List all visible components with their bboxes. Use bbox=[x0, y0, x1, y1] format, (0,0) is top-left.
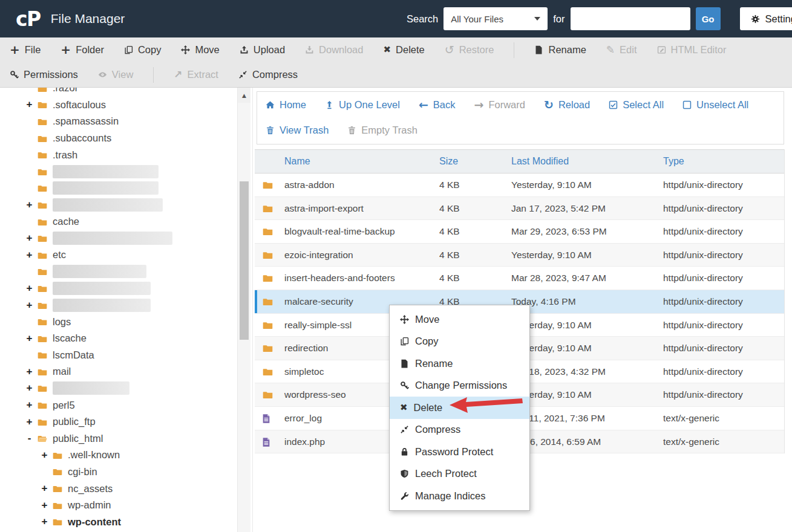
context-menu-item-copy[interactable]: Copy bbox=[390, 331, 529, 353]
view-icon bbox=[98, 70, 107, 79]
sidebar-scrollbar[interactable]: ▲ bbox=[237, 88, 250, 532]
htmledit-icon bbox=[657, 45, 666, 54]
redacted-folder-name bbox=[53, 198, 163, 212]
sidebar-item-redacted[interactable]: + bbox=[0, 280, 237, 297]
context-menu-item-delete[interactable]: ✖Delete bbox=[390, 397, 529, 419]
scroll-up-button[interactable]: ▲ bbox=[238, 88, 250, 103]
file-name: really-simple-ssl bbox=[284, 314, 352, 337]
column-header-name[interactable]: Name bbox=[284, 150, 310, 173]
search-scope-select[interactable]: All Your Files bbox=[443, 7, 548, 30]
sidebar-item-redacted[interactable] bbox=[0, 163, 237, 180]
sidebar-item-redacted[interactable] bbox=[0, 264, 237, 281]
tree-toggle-icon[interactable]: - bbox=[25, 432, 34, 444]
toolbar-compress[interactable]: Compress bbox=[238, 69, 298, 80]
toolbar-file[interactable]: +File bbox=[10, 44, 41, 56]
delete-icon: ✖ bbox=[383, 45, 391, 54]
sidebar-item-wp-admin[interactable]: +wp-admin bbox=[0, 497, 237, 514]
sidebar-item-razor[interactable]: .razor bbox=[0, 88, 237, 97]
tree-toggle-icon[interactable]: + bbox=[25, 332, 34, 345]
nav-row-1: HomeUp One Level←Back→Forward↻ReloadSele… bbox=[257, 92, 784, 117]
context-menu-item-compress[interactable]: Compress bbox=[390, 419, 529, 441]
context-menu-item-rename[interactable]: Rename bbox=[390, 352, 529, 375]
tree-toggle-icon[interactable]: + bbox=[25, 366, 34, 378]
sidebar-item-nc-assets[interactable]: +nc_assets bbox=[0, 480, 237, 497]
sidebar-item-redacted[interactable]: + bbox=[0, 230, 237, 247]
toolbar-folder[interactable]: +Folder bbox=[61, 44, 104, 56]
sidebar-item-redacted[interactable] bbox=[0, 180, 237, 197]
context-menu-item-password-protect[interactable]: Password Protect bbox=[390, 441, 529, 463]
tree-toggle-icon[interactable]: + bbox=[40, 482, 49, 495]
sidebar-item-lscmdata[interactable]: lscmData bbox=[0, 347, 237, 364]
toolbar-edit-label: Edit bbox=[620, 44, 637, 56]
nav-reload[interactable]: ↻Reload bbox=[544, 99, 590, 111]
nav-home[interactable]: Home bbox=[266, 99, 306, 111]
tree-toggle-icon[interactable]: + bbox=[25, 249, 34, 261]
sidebar-item-softaculous[interactable]: +.softaculous bbox=[0, 97, 237, 114]
nav-view-trash[interactable]: View Trash bbox=[266, 125, 329, 136]
tree-toggle-icon[interactable]: + bbox=[25, 232, 34, 244]
sidebar-item-redacted[interactable]: + bbox=[0, 196, 237, 213]
toolbar-copy[interactable]: Copy bbox=[124, 44, 162, 56]
sidebar-item-mail[interactable]: +mail bbox=[0, 363, 237, 380]
file-name: simpletoc bbox=[284, 360, 324, 384]
context-menu-item-manage-indices[interactable]: Manage Indices bbox=[390, 485, 529, 507]
toolbar-move[interactable]: Move bbox=[181, 44, 219, 56]
sidebar-item-public-ftp[interactable]: +public_ftp bbox=[0, 414, 237, 430]
toolbar-permissions[interactable]: Permissions bbox=[10, 69, 78, 80]
sidebar-item-redacted[interactable]: + bbox=[0, 380, 237, 397]
file-row-ezoic-integration[interactable]: ezoic-integration4 KBYesterday, 9:10 AMh… bbox=[255, 244, 784, 267]
tree-toggle-icon[interactable]: + bbox=[25, 282, 34, 294]
tree-toggle-icon[interactable]: + bbox=[25, 416, 34, 428]
column-header-type[interactable]: Type bbox=[663, 150, 684, 173]
sidebar-item-subaccounts[interactable]: .subaccounts bbox=[0, 130, 237, 147]
file-row-blogvault-real-time-backup[interactable]: blogvault-real-time-backup4 KBMar 29, 20… bbox=[255, 220, 784, 244]
folder-icon bbox=[261, 389, 274, 400]
tree-toggle-icon[interactable]: + bbox=[40, 449, 49, 461]
sidebar-item-public-html[interactable]: -public_html bbox=[0, 430, 237, 447]
sidebar-item-cgi-bin[interactable]: cgi-bin bbox=[0, 464, 237, 481]
toolbar-download-label: Download bbox=[319, 44, 363, 56]
tree-toggle-icon[interactable]: + bbox=[40, 516, 49, 528]
tree-toggle-icon[interactable]: + bbox=[25, 199, 34, 211]
tree-toggle-icon[interactable]: + bbox=[25, 382, 34, 394]
folder-name-label: cache bbox=[53, 216, 79, 227]
sidebar-item-etc[interactable]: +etc bbox=[0, 247, 237, 264]
tree-toggle-icon[interactable]: + bbox=[25, 99, 34, 111]
file-row-astra-addon[interactable]: astra-addon4 KBYesterday, 9:10 AMhttpd/u… bbox=[255, 174, 784, 197]
folder-tree-sidebar: .razor+.softaculous.spamassassin.subacco… bbox=[0, 88, 237, 532]
nav-back[interactable]: ←Back bbox=[419, 99, 456, 111]
folder-icon bbox=[36, 417, 48, 427]
tree-toggle-icon[interactable]: + bbox=[25, 299, 34, 311]
context-menu-item-move[interactable]: Move bbox=[390, 308, 529, 331]
sidebar-item-trash[interactable]: .trash bbox=[0, 146, 237, 163]
file-row-insert-headers-and-footers[interactable]: insert-headers-and-footers4 KBMar 28, 20… bbox=[255, 267, 784, 290]
toolbar-delete[interactable]: ✖Delete bbox=[383, 44, 424, 56]
context-menu-item-leech-protect[interactable]: Leech Protect bbox=[390, 463, 529, 485]
toolbar-rename[interactable]: Rename bbox=[534, 44, 586, 56]
sidebar-item-perl5[interactable]: +perl5 bbox=[0, 397, 237, 414]
sidebar-item-wp-content[interactable]: +wp-content bbox=[0, 513, 237, 530]
sidebar-item-logs[interactable]: logs bbox=[0, 313, 237, 330]
file-row-astra-import-export[interactable]: astra-import-export4 KBJan 17, 2023, 5:4… bbox=[255, 197, 784, 221]
toolbar-upload[interactable]: Upload bbox=[240, 44, 285, 56]
tree-toggle-icon[interactable]: + bbox=[40, 499, 49, 511]
sidebar-item-lscache[interactable]: +lscache bbox=[0, 330, 237, 347]
context-menu-item-change-permissions[interactable]: Change Permissions bbox=[390, 375, 529, 397]
nav-unselect-all[interactable]: Unselect All bbox=[682, 99, 748, 111]
restore-icon: ↺ bbox=[445, 44, 454, 56]
column-header-last-modified[interactable]: Last Modified bbox=[511, 150, 569, 173]
nav-up-one-level[interactable]: Up One Level bbox=[325, 99, 400, 111]
sidebar-item-well-known[interactable]: +.well-known bbox=[0, 447, 237, 464]
sidebar-item-spamassassin[interactable]: .spamassassin bbox=[0, 113, 237, 130]
nav-select-all[interactable]: Select All bbox=[609, 99, 664, 111]
folder-name-label: public_ftp bbox=[53, 416, 96, 427]
settings-button[interactable]: Settings bbox=[740, 7, 792, 30]
column-header-size[interactable]: Size bbox=[439, 150, 458, 173]
scrollbar-thumb[interactable] bbox=[240, 181, 249, 340]
search-input[interactable] bbox=[571, 7, 690, 30]
sidebar-item-cache[interactable]: cache bbox=[0, 213, 237, 230]
sidebar-item-redacted[interactable]: + bbox=[0, 297, 237, 314]
tree-toggle-icon[interactable]: + bbox=[25, 399, 34, 411]
folder-name-label: .spamassassin bbox=[53, 115, 119, 127]
search-go-button[interactable]: Go bbox=[696, 7, 721, 30]
